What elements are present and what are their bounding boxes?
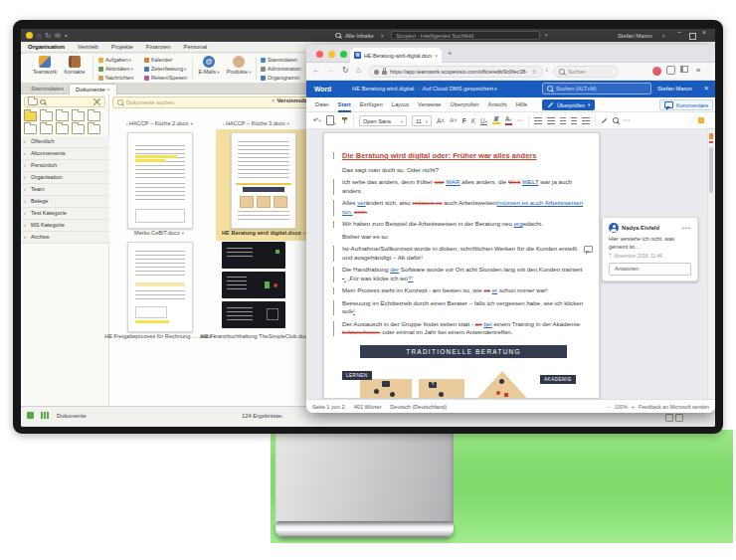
folder-icon[interactable] xyxy=(72,124,85,134)
folder-icon[interactable] xyxy=(40,111,53,121)
word-ribbon-tab[interactable]: Überprüfen xyxy=(451,101,479,107)
ribbon-teamwork-button[interactable]: Teamwork xyxy=(31,56,59,75)
doc-caption[interactable]: ↓HACCP – Küche 2.docx xyxy=(104,120,214,126)
folder-icon[interactable] xyxy=(56,124,69,134)
ribbon-aufgaben-button[interactable]: Aufgaben xyxy=(98,56,133,64)
minimize-button[interactable]: − xyxy=(677,29,681,36)
numbered-list-button[interactable] xyxy=(547,117,555,124)
font-size-select[interactable]: 11▾ xyxy=(412,115,432,126)
doc-paragraph[interactable]: Betreuung im Echtbetrieb durch einen Ber… xyxy=(342,299,585,317)
search-caret-icon[interactable]: ▾ xyxy=(545,32,548,38)
comment-card[interactable]: Nadya Eisfeld ••• Hier verstehe ich nich… xyxy=(602,217,698,281)
folder-icon[interactable] xyxy=(88,111,100,121)
ribbon-zeiterfassung-button[interactable]: Zeiterfassung xyxy=(144,65,187,73)
browser-tab[interactable]: HE-Beratung-wird-digital.docx × xyxy=(350,48,442,63)
font-color-button[interactable]: A▾ xyxy=(505,115,512,125)
ribbon-produkte-button[interactable]: Produkte xyxy=(226,56,252,75)
folder-new-icon[interactable] xyxy=(24,111,37,121)
doc-paragraph[interactable]: Das sagt man doch so. Oder nicht? xyxy=(342,166,585,175)
ribbon-kontakte-button[interactable]: Kontakte xyxy=(61,56,89,75)
doc-title[interactable]: Die Beratung wird digital oder: Früher w… xyxy=(342,151,585,160)
review-mode-button[interactable]: Überprüfen▾ xyxy=(542,99,595,110)
folder-tree-item[interactable]: Organisation xyxy=(21,172,109,184)
search-scope-label[interactable]: Alle Inhalte xyxy=(345,33,374,39)
global-search-input[interactable]: Scopevi - Intelligentes Suchfeld xyxy=(391,31,540,40)
doc-thumbnail-merko-cebit[interactable] xyxy=(127,132,193,229)
back-button[interactable]: ← xyxy=(312,66,320,75)
zoom-out-button[interactable]: − xyxy=(608,404,611,410)
word-ribbon-tab[interactable]: Einfügen xyxy=(360,101,383,107)
doc-paragraph[interactable]: Wir haben zum Beispiel die Arbeitsweisen… xyxy=(342,220,585,229)
comment-menu-icon[interactable]: ••• xyxy=(682,225,691,231)
reload-button[interactable]: ↻ xyxy=(342,66,349,75)
close-button[interactable]: × xyxy=(702,29,706,36)
grow-font-button[interactable]: A˄ xyxy=(437,117,445,124)
doc-paragraph[interactable]: Ich sehe das anders, denn früher war WAR… xyxy=(342,178,585,196)
dms-menu-item[interactable]: Vertrieb xyxy=(78,44,98,50)
folder-icon[interactable] xyxy=(56,111,69,121)
folder-tree-item[interactable]: Archive xyxy=(21,232,109,244)
close-window-button[interactable] xyxy=(316,51,323,58)
page-indicator[interactable]: Seite 1 von 2 xyxy=(312,404,345,410)
browser-search-field[interactable]: Suchen xyxy=(553,66,619,78)
ribbon-stammdaten-button[interactable]: Stammdaten xyxy=(261,56,301,64)
word-count[interactable]: 401 Wörter xyxy=(354,404,382,410)
word-doc-title[interactable]: HE Beratung wird digital - Auf Cloud DMS… xyxy=(352,86,497,92)
dms-menu-item[interactable]: Organisation xyxy=(28,44,65,50)
italic-button[interactable]: K xyxy=(471,117,475,124)
mail-icon[interactable]: ✉ xyxy=(55,29,61,42)
user-caret-icon[interactable]: ▾ xyxy=(662,33,665,39)
ribbon-kalender-button[interactable]: Kalender xyxy=(144,56,187,64)
doc-thumbnail-he-beratung[interactable] xyxy=(231,132,296,229)
highlight-color-button[interactable] xyxy=(492,116,500,124)
folder-icon[interactable] xyxy=(24,124,37,134)
paste-button[interactable]: ▾ xyxy=(326,115,336,126)
doc-paragraph[interactable]: Der Austausch in der Gruppe findet selte… xyxy=(342,320,585,338)
ink-editor-icon[interactable] xyxy=(601,117,608,124)
ribbon-nachrichten-button[interactable]: Nachrichten xyxy=(98,74,133,82)
feedback-link[interactable]: Feedback an Microsoft senden xyxy=(639,404,709,410)
folder-tree-item[interactable]: Persönlich xyxy=(21,160,109,172)
word-app-label[interactable]: Word xyxy=(314,86,331,93)
sidebar-icon[interactable] xyxy=(680,66,688,75)
comment-indicator-icon[interactable] xyxy=(584,246,593,253)
zoom-in-button[interactable]: + xyxy=(632,404,635,410)
menu-hamburger-icon[interactable]: ≡ xyxy=(696,66,700,75)
doc-paragraph[interactable]: Alles verändert sich, also müssen es auc… xyxy=(342,199,585,217)
shield-icon[interactable] xyxy=(374,70,379,75)
clear-search-icon[interactable]: × xyxy=(92,93,101,111)
word-ribbon-tab[interactable]: Start xyxy=(338,97,351,112)
comments-button[interactable]: Kommentare xyxy=(659,99,713,110)
doc-paragraph[interactable]: Mein Prozess steht im Konzept - am beste… xyxy=(342,286,585,295)
document-page[interactable]: Die Beratung wird digital oder: Früher w… xyxy=(323,132,600,399)
folder-tree-item[interactable]: Öffentlich xyxy=(21,136,109,148)
tab-close-icon[interactable]: × xyxy=(106,87,109,93)
ribbon-aktivitaeten-button[interactable]: Aktivitäten xyxy=(98,65,133,73)
scrollbar-thumb[interactable] xyxy=(709,147,713,193)
doc-caption[interactable]: ↓HACCP – Küche 3.docx xyxy=(203,120,308,126)
doc-thumbnail-freigabeprozess[interactable] xyxy=(127,242,193,332)
dms-menu-item[interactable]: Projekte xyxy=(111,44,133,50)
more-toolbar-options-button[interactable]: ⋯ xyxy=(624,116,631,124)
dms-menu-item[interactable]: Personal xyxy=(183,44,207,50)
doc-paragraph[interactable]: Die Handhabung der Software wurde vor Or… xyxy=(342,266,585,283)
font-name-select[interactable]: Open Sans▾ xyxy=(359,115,407,126)
folder-tree-item[interactable]: Abonnements xyxy=(21,148,109,160)
word-close-icon[interactable]: × xyxy=(704,84,708,93)
doc-paragraph[interactable]: Ist-Aufnahme/Sollkonzept wurde in dicken… xyxy=(342,245,585,263)
more-font-options-button[interactable]: ⋯ xyxy=(517,116,524,124)
dms-menu-item[interactable]: Finanzen xyxy=(146,44,171,50)
underline-button[interactable]: U▾ xyxy=(480,117,487,124)
outdent-button[interactable] xyxy=(560,117,566,124)
word-user-label[interactable]: Stefan Maron xyxy=(657,86,692,92)
ribbon-administration-button[interactable]: Administration xyxy=(261,65,301,73)
word-ribbon-tab[interactable]: Layout xyxy=(392,101,409,107)
zoom-level[interactable]: 100% xyxy=(615,404,628,410)
new-tab-button[interactable]: + xyxy=(448,49,453,58)
bold-button[interactable]: F xyxy=(462,117,466,124)
document-scrollbar[interactable] xyxy=(707,129,714,399)
ribbon-organigramm-button[interactable]: Organigramm xyxy=(261,74,301,82)
word-ribbon-tab[interactable]: Verweise xyxy=(418,101,442,107)
folder-icon[interactable] xyxy=(40,124,53,134)
account-avatar-icon[interactable] xyxy=(652,67,661,76)
